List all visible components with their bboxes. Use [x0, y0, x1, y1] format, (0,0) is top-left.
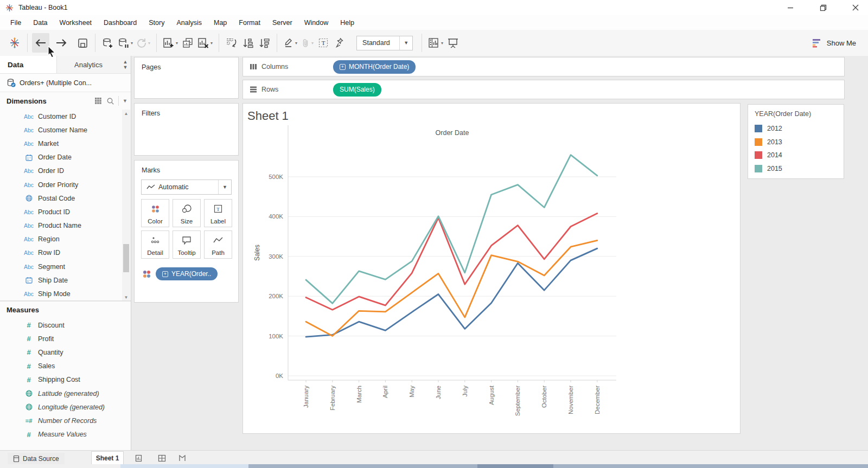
marks-label-button[interactable]: T Label [204, 199, 232, 227]
mark-type-caret[interactable]: ▼ [218, 180, 231, 194]
mark-type-dropdown[interactable]: Automatic ▼ [141, 179, 232, 195]
clear-sheet-button[interactable]: ▾ [196, 33, 214, 53]
field-product-id[interactable]: Abc Product ID [0, 205, 131, 219]
field-postal-code[interactable]: Postal Code [0, 191, 131, 205]
menu-worksheet[interactable]: Worksheet [54, 17, 98, 29]
fix-axes-button[interactable] [331, 33, 348, 53]
scroll-up-icon[interactable]: ▲ [122, 110, 130, 117]
save-button[interactable] [74, 33, 91, 53]
restore-button[interactable] [816, 2, 830, 14]
field-quantity[interactable]: # Quantity [0, 345, 131, 359]
marks-path-button[interactable]: Path [204, 230, 232, 259]
rows-shelf[interactable]: Rows SUM(Sales) [242, 80, 845, 99]
duplicate-sheet-button[interactable] [180, 33, 196, 53]
menu-data[interactable]: Data [27, 17, 53, 29]
show-hide-cards-button[interactable]: ▾ [426, 33, 445, 53]
show-hide-cards-caret[interactable]: ▾ [441, 41, 443, 46]
dimensions-scrollbar[interactable]: ▲ ▼ [122, 110, 130, 301]
menu-map[interactable]: Map [208, 17, 233, 29]
view-data-icon[interactable] [94, 97, 103, 105]
swap-rows-columns-button[interactable] [224, 33, 240, 53]
line-series-2013[interactable] [306, 240, 597, 336]
columns-shelf[interactable]: Columns + MONTH(Order Date) [242, 57, 845, 76]
legend-item-2012[interactable]: 2012 [755, 122, 844, 136]
pane-collapse-icon[interactable]: ▲▼ [120, 56, 131, 73]
pause-updates-caret[interactable]: ▾ [131, 41, 133, 46]
sort-ascending-button[interactable] [240, 33, 256, 53]
marks-size-button[interactable]: Size [173, 199, 201, 227]
show-me-button[interactable]: Show Me [812, 38, 856, 48]
field-ship-mode[interactable]: Abc Ship Mode [0, 287, 131, 300]
field-number-of-records[interactable]: =# Number of Records [0, 414, 131, 427]
legend-item-2014[interactable]: 2014 [755, 149, 844, 162]
field-row-id[interactable]: Abc Row ID [0, 246, 131, 260]
tab-sheet-1[interactable]: Sheet 1 [91, 451, 124, 465]
show-mark-labels-button[interactable]: T [315, 33, 331, 53]
presentation-mode-button[interactable] [445, 33, 461, 53]
field-latitude-generated-[interactable]: Latitude (generated) [0, 387, 131, 400]
field-ship-date[interactable]: Ship Date [0, 273, 131, 287]
tab-data-source[interactable]: Data Source [8, 453, 65, 465]
highlight-button[interactable]: ▾ [282, 33, 299, 53]
new-dashboard-tab-button[interactable] [155, 453, 169, 464]
pages-card[interactable]: Pages [134, 57, 239, 99]
new-story-tab-button[interactable] [175, 453, 189, 464]
tableau-home-button[interactable] [7, 33, 23, 53]
menu-format[interactable]: Format [233, 17, 266, 29]
field-measure-values[interactable]: # Measure Values [0, 428, 131, 441]
view-mode-select[interactable]: Standard ▼ [356, 36, 413, 50]
new-data-source-button[interactable] [100, 33, 116, 53]
color-legend[interactable]: YEAR(Order Date) 2012 2013 2014 2015 [748, 104, 844, 179]
refresh-button[interactable]: ▾ [135, 33, 152, 53]
pause-auto-updates-button[interactable]: ▾ [116, 33, 135, 53]
menu-window[interactable]: Window [298, 17, 334, 29]
new-worksheet-button[interactable]: ▾ [161, 33, 180, 53]
search-icon[interactable] [106, 97, 114, 105]
clear-sheet-caret[interactable]: ▾ [210, 41, 213, 46]
menu-file[interactable]: File [4, 17, 27, 29]
field-sales[interactable]: # Sales [0, 360, 131, 373]
menu-story[interactable]: Story [143, 17, 170, 29]
month-order-date-pill[interactable]: + MONTH(Order Date) [333, 60, 416, 74]
group-members-button[interactable]: ▾ [299, 33, 315, 53]
year-color-pill[interactable]: + YEAR(Order.. [156, 267, 218, 280]
close-button[interactable] [848, 2, 863, 14]
menu-server[interactable]: Server [266, 17, 298, 29]
new-worksheet-tab-button[interactable] [132, 453, 146, 464]
tab-analytics[interactable]: Analytics [56, 56, 120, 73]
field-region[interactable]: Abc Region [0, 233, 131, 246]
field-longitude-generated-[interactable]: Longitude (generated) [0, 400, 131, 414]
dimensions-menu-caret[interactable]: ▼ [123, 98, 127, 104]
field-product-name[interactable]: Abc Product Name [0, 219, 131, 233]
line-series-2015[interactable] [306, 155, 597, 304]
sort-descending-button[interactable] [256, 33, 272, 53]
menu-analysis[interactable]: Analysis [170, 17, 208, 29]
field-segment[interactable]: Abc Segment [0, 260, 131, 273]
worksheet-view[interactable]: Sheet 1 0K100K200K300K400K500KJanuaryFeb… [242, 103, 741, 434]
menu-help[interactable]: Help [334, 17, 360, 29]
scrollbar-thumb[interactable] [123, 244, 129, 272]
line-series-2012[interactable] [306, 248, 597, 337]
legend-item-2013[interactable]: 2013 [755, 136, 844, 149]
field-profit[interactable]: # Profit [0, 332, 131, 345]
marks-color-button[interactable]: Color [141, 199, 169, 227]
datasource-item[interactable]: Orders+ (Multiple Con... [0, 74, 131, 92]
field-customer-name[interactable]: Abc Customer Name [0, 123, 131, 137]
sales-line-chart[interactable]: 0K100K200K300K400K500KJanuaryFebruaryMar… [243, 104, 740, 433]
sum-sales-pill[interactable]: SUM(Sales) [333, 83, 381, 97]
marks-tooltip-button[interactable]: Tooltip [173, 230, 201, 259]
new-worksheet-caret[interactable]: ▾ [176, 41, 178, 46]
field-order-priority[interactable]: Abc Order Priority [0, 178, 131, 191]
highlight-caret[interactable]: ▾ [295, 41, 297, 46]
filters-card[interactable]: Filters [134, 103, 239, 156]
legend-item-2015[interactable]: 2015 [755, 162, 844, 176]
minimize-button[interactable] [783, 2, 797, 14]
field-market[interactable]: Abc Market [0, 137, 131, 150]
field-order-id[interactable]: Abc Order ID [0, 164, 131, 178]
expand-field-icon[interactable]: + [340, 64, 346, 70]
scroll-down-icon[interactable]: ▼ [122, 293, 130, 301]
field-order-date[interactable]: Order Date [0, 151, 131, 164]
field-customer-id[interactable]: Abc Customer ID [0, 110, 131, 123]
field-discount[interactable]: # Discount [0, 318, 131, 332]
view-mode-caret[interactable]: ▼ [399, 36, 412, 50]
